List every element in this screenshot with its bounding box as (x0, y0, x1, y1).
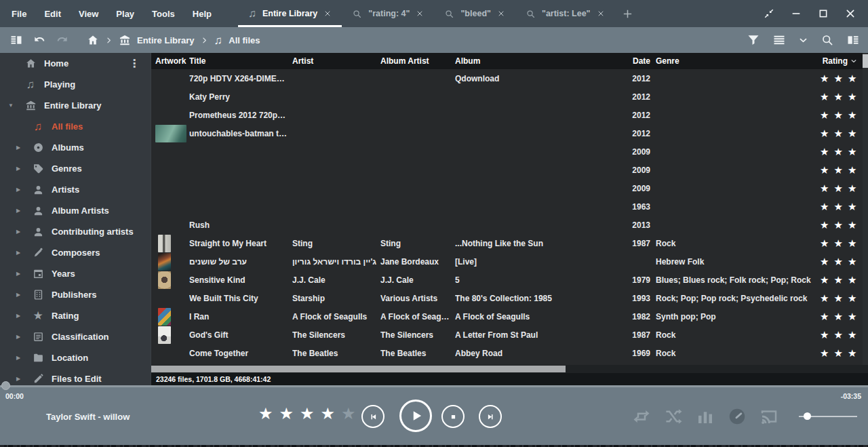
cell-rating[interactable]: ★★★ (820, 146, 868, 158)
player-star-icon[interactable]: ★ (258, 404, 279, 423)
cell-rating[interactable]: ★★★ (820, 219, 868, 231)
player-star-icon[interactable]: ★ (279, 404, 300, 423)
table-row[interactable]: Prometheus 2012 720p…2012★★★ (151, 106, 868, 124)
next-track-button[interactable] (479, 405, 502, 428)
column-header-album-artist[interactable]: Album Artist (380, 56, 455, 66)
expander-icon[interactable]: ▶ (5, 313, 31, 319)
table-row[interactable]: Rush2013★★★ (151, 216, 868, 234)
menu-edit[interactable]: Edit (35, 9, 70, 19)
sidebar-item-composers[interactable]: ▶Composers (0, 242, 151, 263)
sidebar-item-contributing-artists[interactable]: ▶Contributing artists (0, 221, 151, 242)
sidebar-item-all-files[interactable]: ♫All files (0, 116, 151, 137)
table-row[interactable]: 2009★★★ (151, 161, 868, 179)
minimize-button[interactable] (791, 8, 802, 19)
cell-rating[interactable]: ★★★ (820, 164, 868, 176)
expander-icon[interactable]: ▶ (5, 271, 31, 277)
tab-close-icon[interactable] (597, 9, 605, 18)
play-button[interactable] (399, 400, 432, 432)
equalizer-button[interactable] (695, 406, 715, 427)
sidebar-item-files-to-edit[interactable]: ▶Files to Edit (0, 368, 151, 385)
search-button[interactable] (821, 33, 834, 47)
cell-rating[interactable]: ★★★ (820, 237, 868, 250)
expander-icon[interactable]: ▶ (5, 355, 31, 361)
seek-handle[interactable] (1, 381, 10, 390)
tab-bleed[interactable]: "bleed" (434, 0, 515, 27)
cell-rating[interactable]: ★★★ (820, 91, 868, 103)
compact-player-button[interactable] (764, 8, 774, 19)
table-row[interactable]: We Built This CityStarshipVarious Artist… (151, 289, 868, 307)
cell-rating[interactable]: ★★★ (820, 109, 868, 121)
redo-button[interactable] (56, 33, 69, 47)
sidebar-menu-icon[interactable]: ⋮ (129, 58, 140, 69)
tab-close-icon[interactable] (323, 9, 332, 18)
tab-close-icon[interactable] (416, 9, 424, 18)
sidebar-item-rating[interactable]: ▶★Rating (0, 305, 151, 326)
side-panel-layout-button[interactable] (846, 33, 860, 47)
column-header-date[interactable]: Date (620, 56, 650, 66)
cell-rating[interactable]: ★★★ (820, 274, 868, 286)
cell-rating[interactable]: ★★★ (820, 182, 868, 195)
sidebar-item-album-artists[interactable]: ▶Album Artists (0, 200, 151, 221)
breadcrumb-root[interactable]: Entire Library (137, 35, 195, 45)
menu-file[interactable]: File (3, 9, 35, 19)
column-header-artwork[interactable]: Artwork (151, 56, 189, 66)
table-row[interactable]: God's GiftThe SilencersThe SilencersA Le… (151, 326, 868, 344)
breadcrumb-leaf[interactable]: All files (229, 35, 260, 45)
column-header-album[interactable]: Album (455, 56, 620, 66)
sidebar-item-entire-library[interactable]: ▼Entire Library (0, 95, 151, 116)
undo-button[interactable] (33, 33, 46, 47)
sidebar-item-playing[interactable]: ♫Playing (0, 74, 151, 95)
table-row[interactable]: ערב של שושניםג'יין בורדו וישראל גוריוןJa… (151, 252, 868, 271)
filter-button[interactable] (747, 33, 760, 47)
tab-artist-lee[interactable]: "artist: Lee" (515, 0, 615, 27)
expander-icon[interactable]: ▶ (5, 250, 31, 256)
playback-speed-button[interactable] (727, 406, 747, 427)
horizontal-scrollbar[interactable] (151, 365, 868, 373)
column-header-genre[interactable]: Genre (650, 56, 820, 66)
collapse-groups-button[interactable] (798, 35, 808, 45)
table-row[interactable]: 1963★★★ (151, 197, 868, 216)
table-row[interactable]: 2009★★★ (151, 179, 868, 197)
cell-rating[interactable]: ★★★ (820, 292, 868, 305)
tab-rating-4[interactable]: "rating: 4" (342, 0, 434, 27)
cell-rating[interactable]: ★★★ (820, 311, 868, 323)
cell-rating[interactable]: ★★★ (820, 201, 868, 213)
column-header-artist[interactable]: Artist (292, 56, 380, 66)
expander-icon[interactable]: ▶ (5, 229, 31, 235)
sidebar-item-genres[interactable]: ▶Genres (0, 158, 151, 179)
toggle-panel-button[interactable] (9, 33, 23, 47)
expander-icon[interactable]: ▶ (5, 145, 31, 151)
table-row[interactable]: Katy Perry2012★★★ (151, 88, 868, 106)
vertical-scrollbar[interactable] (863, 53, 868, 365)
table-row[interactable]: I RanA Flock of SeagullsA Flock of Seag…… (151, 307, 868, 326)
menu-play[interactable]: Play (107, 9, 143, 19)
cell-rating[interactable]: ★★★ (820, 329, 868, 341)
menu-tools[interactable]: Tools (143, 9, 184, 19)
table-row[interactable]: Come TogetherThe BeatlesThe BeatlesAbbey… (151, 344, 868, 362)
sidebar-item-classification[interactable]: ▶Classification (0, 326, 151, 347)
expander-icon[interactable]: ▶ (5, 292, 31, 298)
table-row[interactable]: 720p HDTV X264-DIME…Qdownload2012★★★ (151, 69, 868, 88)
sidebar-item-albums[interactable]: ▶Albums (0, 137, 151, 158)
tab-close-icon[interactable] (497, 9, 505, 18)
cast-button[interactable] (759, 406, 779, 427)
volume-handle[interactable] (804, 412, 811, 420)
maximize-button[interactable] (818, 8, 829, 19)
sidebar-item-years[interactable]: ▶Years (0, 263, 151, 284)
cell-rating[interactable]: ★★★ (820, 347, 868, 359)
menu-view[interactable]: View (70, 9, 107, 19)
expander-icon[interactable]: ▶ (5, 376, 31, 382)
table-row[interactable]: Straight to My HeartStingSting...Nothing… (151, 234, 868, 252)
sidebar-item-publishers[interactable]: ▶Publishers (0, 284, 151, 305)
cell-rating[interactable]: ★★★ (820, 256, 868, 268)
repeat-button[interactable] (631, 406, 652, 427)
shuffle-button[interactable] (663, 406, 684, 427)
expander-icon[interactable]: ▶ (5, 166, 31, 172)
vscroll-thumb[interactable] (863, 54, 868, 68)
sidebar-item-location[interactable]: ▶Location (0, 347, 151, 368)
table-row[interactable]: Sensitive KindJ.J. CaleJ.J. Cale51979Blu… (151, 271, 868, 289)
table-row[interactable]: 2009★★★ (151, 142, 868, 161)
sidebar-item-home[interactable]: Home (0, 53, 151, 74)
now-playing-title[interactable]: Taylor Swift - willow (46, 412, 130, 422)
close-button[interactable] (845, 8, 856, 19)
